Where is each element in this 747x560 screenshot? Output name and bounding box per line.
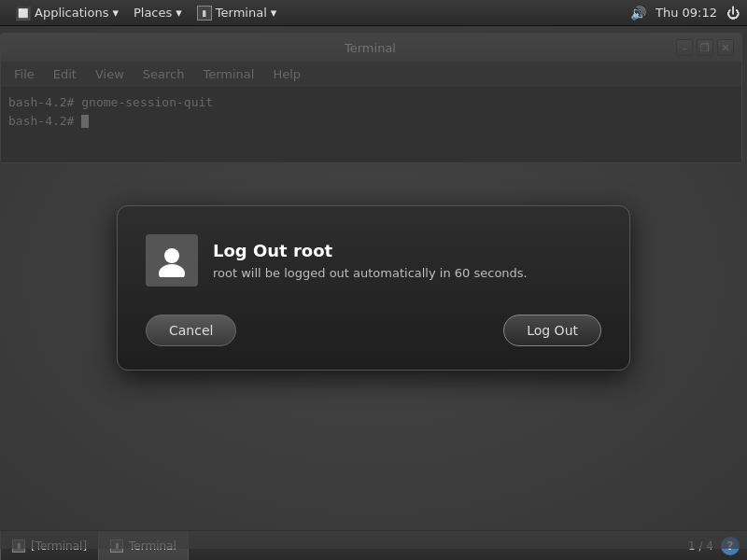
terminal-menu[interactable]: ▮ Terminal ▾ [190,4,284,22]
applications-menu[interactable]: 🔲 Applications ▾ [7,4,126,22]
svg-point-1 [159,264,185,277]
terminal-icon: ▮ [197,6,212,21]
places-label: Places [134,6,172,20]
terminal-menu-arrow: ▾ [271,6,277,20]
logout-dialog: Log Out root root will be logged out aut… [117,205,630,371]
dialog-text: Log Out root root will be logged out aut… [213,241,528,280]
volume-icon[interactable]: 🔊 [630,6,646,21]
logout-button[interactable]: Log Out [503,315,601,346]
places-menu[interactable]: Places ▾ [126,4,190,21]
cancel-button[interactable]: Cancel [146,315,236,346]
applications-arrow: ▾ [112,6,119,20]
dialog-title: Log Out root [213,241,528,260]
applications-label: Applications [35,6,108,20]
user-avatar [146,234,198,287]
clock: Thu 09:12 [655,6,717,20]
top-bar-right: 🔊 Thu 09:12 ⏻ [630,6,740,21]
svg-point-0 [164,248,179,263]
top-bar: 🔲 Applications ▾ Places ▾ ▮ Terminal ▾ 🔊… [0,0,747,26]
top-bar-left: 🔲 Applications ▾ Places ▾ ▮ Terminal ▾ [7,4,284,22]
terminal-menu-label: Terminal [216,6,267,20]
user-icon [155,244,189,277]
dialog-buttons: Cancel Log Out [146,315,601,346]
applications-icon: 🔲 [15,6,31,21]
dialog-message: root will be logged out automatically in… [213,266,528,280]
power-icon[interactable]: ⏻ [726,6,740,21]
places-arrow: ▾ [176,6,182,20]
dialog-header: Log Out root root will be logged out aut… [146,234,601,287]
dialog-overlay: Log Out root root will be logged out aut… [0,26,747,549]
